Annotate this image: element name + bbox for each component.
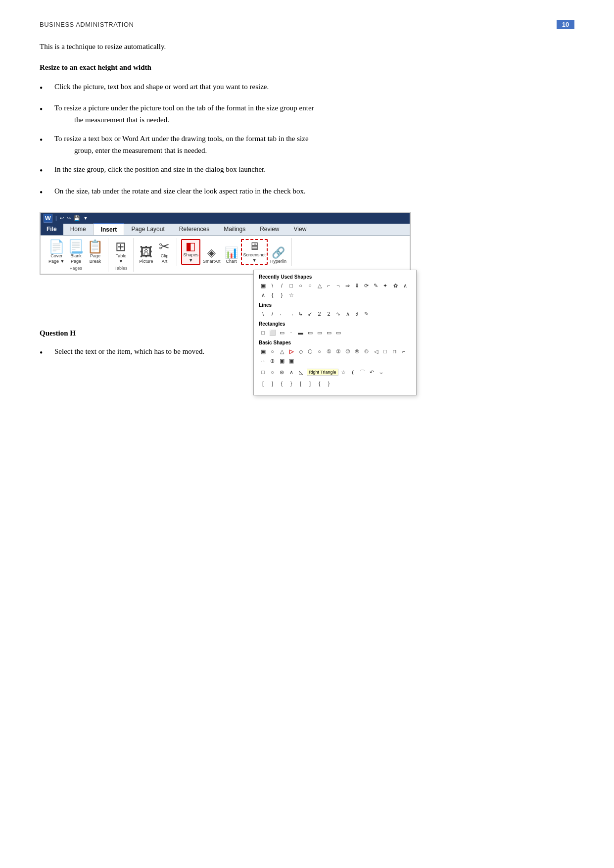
shape-item[interactable]: ⬡	[306, 347, 314, 356]
shape-item[interactable]: ◁	[372, 347, 380, 356]
shape-item[interactable]: (	[349, 368, 357, 377]
shapes-button[interactable]: ◧ Shapes▼	[181, 239, 200, 265]
bullet-icon: •	[40, 346, 50, 360]
shape-item[interactable]: {	[268, 291, 277, 299]
shape-item[interactable]: ]	[306, 380, 314, 388]
shape-item[interactable]: ⌐	[400, 347, 408, 356]
shape-item[interactable]: ①	[325, 347, 333, 356]
tab-review[interactable]: Review	[253, 224, 286, 235]
shape-item[interactable]: ◇	[296, 347, 305, 356]
shape-item[interactable]: }	[278, 291, 286, 299]
shape-item[interactable]: \	[268, 282, 277, 290]
shape-item[interactable]: △	[315, 282, 324, 290]
shape-item[interactable]: □	[259, 368, 267, 377]
shape-item[interactable]: ✎	[362, 310, 371, 318]
table-button[interactable]: ⊞ Table▼	[112, 239, 129, 265]
shape-item[interactable]: □	[381, 347, 389, 356]
tab-pagelayout[interactable]: Page Layout	[124, 224, 172, 235]
clip-art-button[interactable]: ✂ ClipArt	[156, 239, 173, 265]
shape-item[interactable]: }	[287, 380, 295, 388]
shape-item[interactable]: △	[278, 347, 286, 356]
shape-item[interactable]: ▬	[296, 329, 305, 337]
shape-item[interactable]: ©	[362, 347, 371, 356]
tab-insert[interactable]: Insert	[94, 223, 125, 235]
shape-item[interactable]: ∿	[334, 310, 342, 318]
shape-item[interactable]: ⇓	[353, 282, 361, 290]
shape-item[interactable]: ↙	[306, 310, 314, 318]
shape-item[interactable]: ▭	[334, 329, 342, 337]
shape-item[interactable]: ∂	[353, 310, 361, 318]
shape-item[interactable]: ↔	[259, 357, 267, 365]
tab-view[interactable]: View	[287, 224, 314, 235]
shape-item[interactable]: }	[325, 380, 333, 388]
cover-page-button[interactable]: 📄 CoverPage ▼	[47, 239, 65, 265]
hyperlink-button[interactable]: 🔗 Hyperlin	[269, 246, 287, 265]
page-break-button[interactable]: 📋 PageBreak	[86, 239, 104, 265]
tab-references[interactable]: References	[172, 224, 217, 235]
shape-item[interactable]: ¬	[334, 282, 342, 290]
shape-item[interactable]: 2	[325, 310, 333, 318]
shape-item[interactable]: ○	[268, 368, 277, 377]
shape-item[interactable]: ∧	[401, 282, 409, 290]
picture-button[interactable]: 🖼 Picture	[138, 244, 154, 265]
shape-item[interactable]: ⑩	[343, 347, 352, 356]
tab-mailings[interactable]: Mailings	[217, 224, 253, 235]
smartart-button[interactable]: ◈ SmartArt	[202, 246, 222, 265]
shape-item[interactable]: ▭	[315, 329, 324, 337]
shape-item[interactable]: ®	[353, 347, 361, 356]
shape-item[interactable]: ↶	[368, 368, 376, 377]
shape-item[interactable]: ▣	[278, 357, 286, 365]
shape-item[interactable]: ]	[268, 380, 277, 388]
shape-item[interactable]: ✎	[372, 282, 380, 290]
shape-item[interactable]: ▭	[278, 329, 286, 337]
shape-item[interactable]: ⊓	[390, 347, 399, 356]
shape-item[interactable]: /	[268, 310, 277, 318]
shape-item[interactable]: ⬜	[268, 329, 277, 337]
right-triangle-shape[interactable]: ◺	[296, 368, 305, 377]
shape-item[interactable]: {	[278, 380, 286, 388]
shape-item[interactable]: ∧	[343, 310, 352, 318]
shape-item[interactable]: ○	[315, 347, 324, 356]
shape-item[interactable]: ▣	[259, 347, 267, 356]
blank-page-button[interactable]: 📃 BlankPage	[67, 239, 85, 265]
shape-item[interactable]: [	[296, 380, 305, 388]
shape-item[interactable]: ▭	[306, 329, 314, 337]
shape-item[interactable]: \	[259, 310, 267, 318]
tab-home[interactable]: Home	[63, 224, 94, 235]
shape-item[interactable]: ⟳	[362, 282, 371, 290]
shape-item[interactable]: ⌐	[278, 310, 286, 318]
shape-item[interactable]: ∧	[259, 291, 267, 299]
shape-item[interactable]: □	[259, 329, 267, 337]
shape-item[interactable]: ⊕	[268, 357, 277, 365]
shape-item[interactable]: ⌣	[377, 368, 385, 377]
bullet-text: To resize a text box or Word Art under t…	[54, 133, 574, 156]
shape-item[interactable]: ¬	[287, 310, 295, 318]
shape-item[interactable]: ∧	[287, 368, 295, 377]
shape-item[interactable]: ⌐	[325, 282, 333, 290]
shape-item[interactable]: ↳	[296, 310, 305, 318]
shape-item[interactable]: ○	[268, 347, 277, 356]
shape-item[interactable]: ☆	[287, 291, 295, 299]
shape-item[interactable]: ②	[334, 347, 342, 356]
tab-file[interactable]: File	[41, 224, 63, 235]
shape-item[interactable]: ⊗	[278, 368, 286, 377]
shape-item[interactable]: {	[315, 380, 324, 388]
shape-item[interactable]: ○	[306, 282, 314, 290]
shape-item[interactable]: /	[278, 282, 286, 290]
shape-item[interactable]: ▭	[325, 329, 333, 337]
shape-item[interactable]: ▷	[287, 347, 295, 356]
shape-item[interactable]: □	[287, 282, 295, 290]
shape-item[interactable]: 2	[315, 310, 324, 318]
shape-item[interactable]: ○	[296, 282, 305, 290]
shape-item[interactable]: ⬝	[287, 329, 295, 337]
shape-item[interactable]: ⌒	[358, 368, 367, 377]
shape-item[interactable]: ✦	[381, 282, 389, 290]
shape-item[interactable]: ▣	[287, 357, 295, 365]
shape-item[interactable]: ⇒	[343, 282, 352, 290]
screenshot-button[interactable]: 🖥 Screenshot▼	[241, 239, 268, 265]
shape-item[interactable]: ✿	[391, 282, 400, 290]
shape-item[interactable]: ☆	[339, 368, 348, 377]
chart-button[interactable]: 📊 Chart	[223, 246, 239, 265]
shape-item[interactable]: [	[259, 380, 267, 388]
shape-item[interactable]: ▣	[259, 282, 267, 290]
